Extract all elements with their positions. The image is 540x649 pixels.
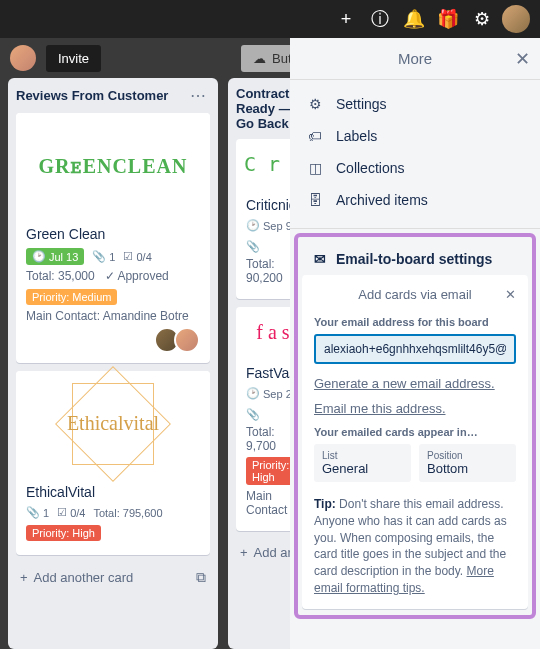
logo-ethicalvital: Ethicalvital [67, 412, 159, 435]
card-title: EthicalVital [26, 484, 200, 500]
appear-row: List General Position Bottom [314, 444, 516, 482]
priority-badge: Priority: Medium [26, 289, 117, 305]
due-badge: 🕑 Sep 9 [246, 219, 292, 232]
members [26, 327, 200, 353]
priority-badge: Priority: High [26, 525, 101, 541]
close-icon[interactable]: ✕ [505, 287, 516, 302]
email-card-header: Add cards via email ✕ [314, 287, 516, 302]
appear-list-label: List [322, 450, 403, 461]
divider [290, 228, 540, 229]
more-panel: More ✕ ⚙Settings 🏷Labels ◫Collections 🗄A… [290, 38, 540, 649]
plus-icon[interactable]: + [332, 5, 360, 33]
gear-icon[interactable]: ⚙ [468, 5, 496, 33]
email-address-label: Your email address for this board [314, 316, 516, 328]
member-avatar[interactable] [10, 45, 36, 71]
card-cover: GRᴇENCLEAN [16, 113, 210, 218]
generate-email-link[interactable]: Generate a new email address. [314, 376, 516, 391]
card-ethicalvital[interactable]: Ethicalvital EthicalVital 📎 1 ☑ 0/4 Tota… [16, 371, 210, 555]
appear-position-select[interactable]: Position Bottom [419, 444, 516, 482]
contact-line: Main Contact: Amandine Botre [26, 309, 200, 323]
card-cover: Ethicalvital [16, 371, 210, 476]
invite-button[interactable]: Invite [46, 45, 101, 72]
appear-label: Your emailed cards appear in… [314, 426, 516, 438]
email-to-board-section: ✉ Email-to-board settings Add cards via … [294, 233, 536, 619]
checklist-badge: ☑ 0/4 [123, 250, 151, 263]
appear-list-select[interactable]: List General [314, 444, 411, 482]
member-avatar[interactable] [174, 327, 200, 353]
attachment-badge: 📎 1 [26, 506, 49, 519]
total-badge: Total: 795,600 [93, 507, 162, 519]
badges: 📎 1 ☑ 0/4 Total: 795,600 [26, 506, 200, 519]
more-header: More ✕ [290, 38, 540, 80]
mail-icon: ✉ [314, 251, 326, 267]
email-me-link[interactable]: Email me this address. [314, 401, 516, 416]
add-card-button[interactable]: + Add another card ⧉ [16, 563, 210, 592]
labels-item[interactable]: 🏷Labels [290, 120, 540, 152]
appear-pos-value: Bottom [427, 461, 508, 476]
tag-icon: 🏷 [306, 128, 324, 144]
logo-greenclean: GRᴇENCLEAN [39, 154, 188, 178]
due-badge: 🕑 Jul 13 [26, 248, 84, 265]
attachment-badge: 📎 [246, 408, 260, 421]
attachment-badge: 📎 1 [92, 250, 115, 263]
list-menu-icon[interactable]: ⋯ [186, 86, 210, 105]
archived-item[interactable]: 🗄Archived items [290, 184, 540, 216]
card-green-clean[interactable]: GRᴇENCLEAN Green Clean 🕑 Jul 13 📎 1 ☑ 0/… [16, 113, 210, 363]
collection-icon: ◫ [306, 160, 324, 176]
settings-item[interactable]: ⚙Settings [290, 88, 540, 120]
appear-list-value: General [322, 461, 403, 476]
attachment-badge: 📎 [246, 240, 260, 253]
butler-icon: ☁ [253, 51, 266, 66]
email-card-title: Add cards via email [358, 287, 471, 302]
more-menu: ⚙Settings 🏷Labels ◫Collections 🗄Archived… [290, 80, 540, 224]
gear-icon: ⚙ [306, 96, 324, 112]
email-header[interactable]: ✉ Email-to-board settings [302, 243, 528, 275]
tip-text: Tip: Don't share this email address. Any… [314, 496, 516, 597]
logo-fastvaste: f a s [256, 321, 289, 344]
total-line: Total: 35,000 ✓ Approved [26, 269, 200, 283]
list-reviews: Reviews From Customer ⋯ GRᴇENCLEAN Green… [8, 78, 218, 649]
collections-item[interactable]: ◫Collections [290, 152, 540, 184]
card-title: Green Clean [26, 226, 200, 242]
info-icon[interactable]: ⓘ [366, 5, 394, 33]
appear-pos-label: Position [427, 450, 508, 461]
email-card: Add cards via email ✕ Your email address… [302, 275, 528, 609]
gift-icon[interactable]: 🎁 [434, 5, 462, 33]
checklist-badge: ☑ 0/4 [57, 506, 85, 519]
top-bar: + ⓘ 🔔 🎁 ⚙ [0, 0, 540, 38]
more-title: More [398, 50, 432, 67]
email-header-label: Email-to-board settings [336, 251, 492, 267]
badges: 🕑 Jul 13 📎 1 ☑ 0/4 [26, 248, 200, 265]
avatar[interactable] [502, 5, 530, 33]
list-title[interactable]: Reviews From Customer [16, 88, 168, 103]
archive-icon: 🗄 [306, 192, 324, 208]
email-address-input[interactable] [314, 334, 516, 364]
bell-icon[interactable]: 🔔 [400, 5, 428, 33]
template-icon[interactable]: ⧉ [196, 569, 206, 586]
close-icon[interactable]: ✕ [515, 48, 530, 70]
